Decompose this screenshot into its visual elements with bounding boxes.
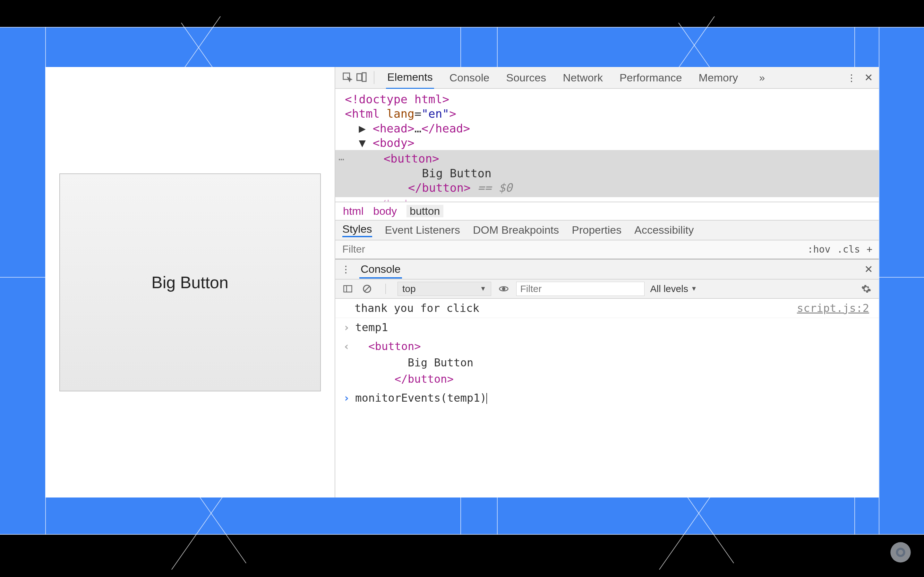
- subtab-accessibility[interactable]: Accessibility: [634, 224, 694, 236]
- drawer-tab-console[interactable]: Console: [359, 259, 402, 279]
- chevron-left-icon: ›: [342, 338, 351, 355]
- dom-doctype: <!doctype html>: [345, 92, 869, 106]
- console-prompt[interactable]: › monitorEvents(temp1): [335, 388, 879, 408]
- drawer-close-icon[interactable]: ✕: [864, 263, 873, 276]
- svg-point-10: [898, 550, 903, 555]
- console-settings-icon[interactable]: [859, 282, 873, 295]
- chevron-right-icon: ›: [342, 319, 351, 335]
- tab-memory[interactable]: Memory: [698, 67, 740, 89]
- dom-tree[interactable]: <!doctype html> <html lang="en"> ▶ <head…: [335, 89, 879, 201]
- subtab-properties[interactable]: Properties: [572, 224, 622, 236]
- svg-rect-1: [357, 74, 362, 81]
- device-mode-icon[interactable]: [355, 71, 368, 84]
- more-tabs-icon[interactable]: »: [753, 72, 771, 84]
- dom-head[interactable]: ▶ <head>…</head>: [345, 121, 869, 135]
- crumb-body[interactable]: body: [373, 205, 397, 218]
- svg-point-7: [502, 287, 505, 290]
- context-label: top: [402, 284, 416, 294]
- subtab-dom-breakpoints[interactable]: DOM Breakpoints: [473, 224, 559, 236]
- console-drawer-header: ⋮ Console ✕: [335, 259, 879, 279]
- console-sidebar-icon[interactable]: [341, 282, 355, 295]
- kebab-menu-icon[interactable]: ⋮: [846, 72, 855, 83]
- dom-body-close: </body>: [345, 197, 869, 201]
- crumb-html[interactable]: html: [343, 205, 363, 218]
- close-icon[interactable]: ✕: [864, 71, 873, 84]
- drawer-kebab-icon[interactable]: ⋮: [341, 263, 350, 275]
- console-toolbar: top ▼ All levels ▼: [335, 279, 879, 299]
- chevron-right-icon: ›: [342, 390, 351, 406]
- tab-network[interactable]: Network: [561, 67, 604, 89]
- devtools-toolbar: Elements Console Sources Network Perform…: [335, 67, 879, 89]
- context-selector[interactable]: top ▼: [397, 282, 491, 296]
- subtab-styles[interactable]: Styles: [342, 223, 372, 237]
- levels-label: All levels: [650, 284, 688, 294]
- tab-console[interactable]: Console: [448, 67, 491, 89]
- chevron-down-icon: ▼: [691, 285, 697, 292]
- console-history-input: › temp1: [335, 318, 879, 337]
- svg-rect-3: [344, 285, 352, 292]
- console-log-row: thank you for click script.js:2: [335, 299, 879, 318]
- console-output: › <button> Big Button </button>: [335, 337, 879, 388]
- console-input-code: monitorEvents(temp1): [351, 390, 487, 406]
- page-viewport: Big Button: [45, 67, 334, 498]
- devtools-tabs: Elements Console Sources Network Perform…: [386, 66, 846, 89]
- text-cursor: [486, 393, 487, 404]
- hov-toggle[interactable]: :hov: [807, 243, 830, 255]
- new-style-rule-icon[interactable]: +: [867, 243, 872, 255]
- dom-body[interactable]: ▼ <body>: [345, 135, 869, 150]
- styles-filter-input[interactable]: [335, 240, 807, 258]
- app-window: Big Button Elements Console Sources Netw…: [45, 67, 879, 498]
- subtab-event-listeners[interactable]: Event Listeners: [385, 224, 460, 236]
- console-body[interactable]: thank you for click script.js:2 › temp1 …: [335, 299, 879, 498]
- console-log-source[interactable]: script.js:2: [797, 300, 872, 316]
- tab-sources[interactable]: Sources: [505, 67, 548, 89]
- tab-performance[interactable]: Performance: [618, 67, 683, 89]
- live-expression-icon[interactable]: [497, 282, 510, 295]
- chrome-logo-icon: [890, 542, 911, 563]
- elements-subtabs: Styles Event Listeners DOM Breakpoints P…: [335, 220, 879, 240]
- styles-filter-row: :hov .cls +: [335, 240, 879, 259]
- console-code: temp1: [351, 319, 388, 335]
- console-output-code: <button> Big Button </button>: [351, 338, 473, 387]
- dom-selected-node[interactable]: ⋯ <button> Big Button </button> == $0: [335, 150, 879, 197]
- log-levels-selector[interactable]: All levels ▼: [650, 284, 697, 294]
- separator: [385, 284, 386, 294]
- svg-line-6: [365, 286, 370, 291]
- devtools-panel: Elements Console Sources Network Perform…: [334, 67, 879, 498]
- console-filter-input[interactable]: [516, 282, 645, 296]
- big-button[interactable]: Big Button: [59, 173, 321, 392]
- clear-console-icon[interactable]: [360, 282, 374, 295]
- crumb-button[interactable]: button: [407, 205, 443, 218]
- svg-rect-2: [362, 73, 366, 81]
- cls-toggle[interactable]: .cls: [837, 243, 860, 255]
- dom-html[interactable]: <html lang="en">: [345, 106, 869, 121]
- console-log-message: thank you for click: [342, 300, 797, 316]
- tab-elements[interactable]: Elements: [386, 66, 434, 89]
- inspect-icon[interactable]: [341, 71, 355, 84]
- breadcrumb: html body button: [335, 201, 879, 220]
- chevron-down-icon: ▼: [480, 285, 486, 292]
- separator: [374, 71, 375, 84]
